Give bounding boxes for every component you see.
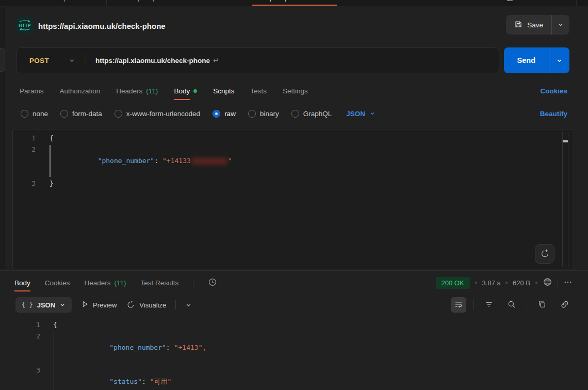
filter-icon bbox=[484, 300, 494, 311]
visualize-options-button[interactable] bbox=[185, 302, 192, 308]
code-line: 2 "phone_number":"+1413", bbox=[14, 331, 588, 365]
tab-body[interactable]: Body bbox=[174, 87, 197, 95]
save-floppy-icon bbox=[514, 20, 522, 30]
request-tab-2[interactable]: GET https://apiinfoemail.in/ou bbox=[107, 0, 236, 2]
response-history-button[interactable] bbox=[208, 278, 217, 288]
request-tabs: Params Authorization Headers (11) Body S… bbox=[0, 80, 588, 101]
url-input[interactable]: https://api.xiaomu.uk/check-phone↵ bbox=[95, 56, 219, 64]
line-number: 1 bbox=[14, 319, 40, 331]
beautify-link[interactable]: Beautify bbox=[540, 110, 567, 118]
divider bbox=[473, 300, 474, 310]
preview-button[interactable]: Preview bbox=[81, 300, 117, 310]
body-language-dropdown[interactable]: JSON bbox=[346, 110, 375, 118]
new-tab-button[interactable]: + bbox=[337, 0, 361, 2]
response-tab-cookies[interactable]: Cookies bbox=[45, 279, 70, 287]
send-button[interactable]: Send bbox=[504, 47, 549, 73]
chevron-down-icon bbox=[369, 110, 375, 117]
url-bar-divider bbox=[86, 54, 86, 67]
text-cursor bbox=[50, 145, 51, 177]
line-number: 3 bbox=[13, 178, 36, 189]
request-body-editor[interactable]: 1 { 2 "phone_number":"+14133" 3 } bbox=[12, 129, 574, 269]
response-tab-headers[interactable]: Headers (11) bbox=[85, 279, 126, 287]
radio-circle bbox=[60, 110, 68, 118]
collapsed-sidebar-edge[interactable] bbox=[0, 7, 5, 269]
filter-button[interactable] bbox=[481, 297, 497, 313]
response-more-actions-button[interactable] bbox=[563, 278, 573, 288]
chevron-down-icon bbox=[558, 22, 564, 28]
response-time: 3.87 s bbox=[482, 279, 500, 287]
radio-none[interactable]: none bbox=[21, 110, 48, 118]
return-key-icon: ↵ bbox=[213, 57, 219, 64]
line-number: 2 bbox=[13, 144, 36, 178]
code-line: 3 } bbox=[13, 178, 574, 189]
line-number: 1 bbox=[13, 133, 36, 144]
radio-circle bbox=[291, 110, 299, 118]
copy-button[interactable] bbox=[534, 297, 550, 313]
editor-scrollbar-lane[interactable] bbox=[562, 132, 568, 267]
line-number: 3 bbox=[14, 365, 40, 390]
tab-params[interactable]: Params bbox=[20, 87, 44, 95]
copy-icon bbox=[537, 300, 547, 311]
search-button[interactable] bbox=[504, 297, 519, 313]
postbot-button[interactable] bbox=[535, 244, 554, 264]
code-line: 1 { bbox=[13, 133, 574, 144]
method-badge: POST bbox=[244, 0, 259, 1]
response-tab-body[interactable]: Body bbox=[14, 279, 30, 287]
chevron-down-icon bbox=[59, 302, 66, 308]
chevron-down-icon bbox=[69, 57, 75, 64]
response-panel: Body Cookies Headers (11) Test Results 2… bbox=[0, 270, 588, 390]
wrap-text-button[interactable] bbox=[451, 297, 466, 313]
request-title: https://api.xiaomu.uk/check-phone bbox=[38, 22, 166, 30]
tab-headers[interactable]: Headers (11) bbox=[116, 87, 158, 95]
response-toolbar: { } JSON Preview Visualize bbox=[0, 295, 588, 315]
divider bbox=[527, 300, 527, 310]
environment-icon bbox=[507, 0, 513, 2]
code-line: 2 "phone_number":"+14133" bbox=[13, 144, 574, 178]
postbot-sparkle-icon bbox=[540, 248, 550, 260]
radio-circle bbox=[21, 110, 28, 118]
response-body-viewer[interactable]: 1 { 2 "phone_number":"+1413", 3 "status"… bbox=[0, 315, 588, 390]
indent-guide bbox=[54, 365, 54, 390]
response-format-dropdown[interactable]: { } JSON bbox=[15, 297, 72, 313]
radio-raw-selected[interactable]: raw bbox=[213, 110, 236, 118]
method-dropdown[interactable]: POST bbox=[17, 57, 86, 64]
visualize-button[interactable]: Visualize bbox=[126, 300, 166, 311]
indent-guide bbox=[54, 331, 54, 365]
request-tab-1[interactable]: GET Untitled Request bbox=[0, 0, 106, 2]
separator-dot bbox=[475, 282, 477, 284]
code-line: 3 "status":"可用" bbox=[14, 365, 588, 390]
cookies-link[interactable]: Cookies bbox=[540, 87, 567, 95]
tab-title: Untitled Request bbox=[31, 0, 77, 2]
save-split-button: Save bbox=[506, 15, 569, 35]
send-options-button[interactable] bbox=[549, 47, 569, 73]
method-value: POST bbox=[29, 57, 49, 64]
headers-count: (11) bbox=[146, 87, 158, 95]
tab-scripts[interactable]: Scripts bbox=[213, 87, 234, 95]
save-button[interactable]: Save bbox=[506, 15, 551, 35]
link-button[interactable] bbox=[557, 297, 573, 313]
workspace-tab-bar: GET Untitled Request GET https://apiinfo… bbox=[0, 0, 588, 6]
environment-selector[interactable]: No Environment bbox=[507, 0, 562, 2]
radio-form-data[interactable]: form-data bbox=[60, 110, 102, 118]
radio-graphql[interactable]: GraphQL bbox=[291, 110, 332, 118]
request-tab-3-active[interactable]: POST https://apiinfoemail.in/t bbox=[236, 0, 337, 2]
code-line: 1 { bbox=[14, 319, 588, 331]
save-options-button[interactable] bbox=[551, 15, 569, 35]
response-tab-test-results[interactable]: Test Results bbox=[141, 279, 179, 287]
active-tab-underline bbox=[252, 5, 337, 6]
editor-scrollbar-thumb[interactable] bbox=[563, 140, 568, 142]
tab-divider bbox=[576, 0, 577, 6]
postman-window: GET Untitled Request GET https://apiinfo… bbox=[0, 0, 588, 390]
wrap-text-icon bbox=[454, 300, 463, 311]
radio-x-www-form-urlencoded[interactable]: x-www-form-urlencoded bbox=[115, 110, 200, 118]
tab-authorization[interactable]: Authorization bbox=[60, 87, 101, 95]
response-headers-count: (11) bbox=[115, 279, 126, 287]
search-icon bbox=[507, 300, 516, 311]
separator-dot bbox=[535, 282, 537, 284]
http-badge-icon: HTTP bbox=[17, 17, 33, 34]
tab-settings[interactable]: Settings bbox=[283, 87, 308, 95]
radio-binary[interactable]: binary bbox=[248, 110, 279, 118]
radio-circle bbox=[248, 110, 256, 118]
tab-tests[interactable]: Tests bbox=[250, 87, 267, 95]
network-info-button[interactable] bbox=[543, 277, 552, 288]
